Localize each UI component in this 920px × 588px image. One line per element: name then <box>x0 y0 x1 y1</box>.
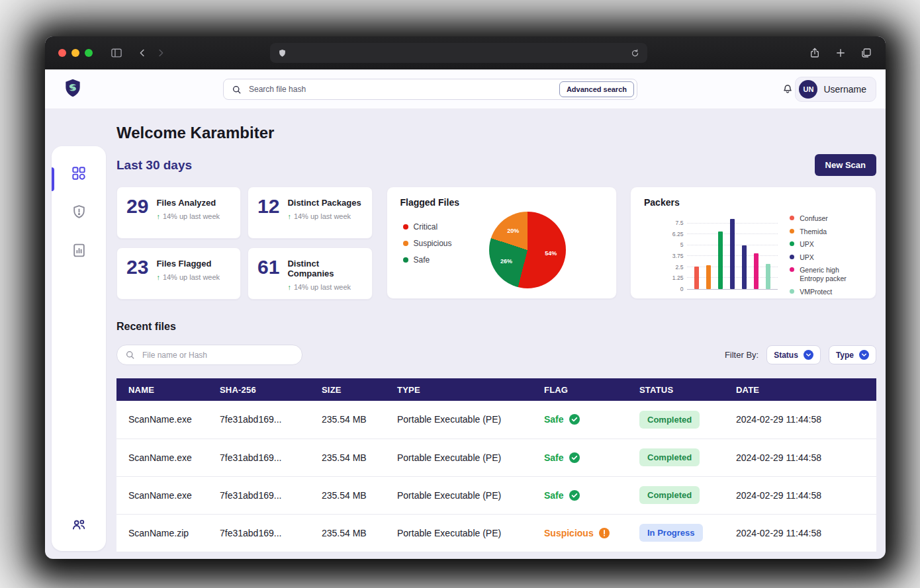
up-arrow-icon <box>287 283 291 291</box>
packers-legend: ConfuserThemidaUPXUPXGeneric high Entrop… <box>790 214 862 296</box>
column-header[interactable]: TYPE <box>397 378 544 401</box>
filter-status-button[interactable]: Status <box>766 345 821 364</box>
filter-by-label: Filter By: <box>725 350 759 360</box>
table-row[interactable]: ScanName.exe7fe31abd169...235.54 MBPorta… <box>116 476 876 514</box>
flagged-legend: CriticalSuspiciousSafe <box>403 222 452 265</box>
address-bar[interactable] <box>270 43 647 63</box>
flag-label: Safe <box>544 490 564 501</box>
stats-grid: 29 Files Analyzed 14% up last week 12 Di… <box>116 187 373 300</box>
table-controls: Filter By: StatusType <box>116 345 876 365</box>
new-tab-icon[interactable] <box>835 47 847 59</box>
stat-card-files-analyzed: 29 Files Analyzed 14% up last week <box>116 187 241 239</box>
column-header[interactable]: FLAG <box>544 378 639 401</box>
reload-icon[interactable] <box>630 48 640 58</box>
active-nav-indicator <box>52 167 54 191</box>
advanced-search-button[interactable]: Advanced search <box>559 81 634 97</box>
legend-item: Critical <box>403 222 452 231</box>
minimize-window-button[interactable] <box>71 49 79 57</box>
recent-files-table: NAMESHA-256SIZETYPEFLAGSTATUSDATE ScanNa… <box>116 378 876 552</box>
column-header[interactable]: DATE <box>736 378 876 401</box>
legend-label: Themida <box>800 228 827 236</box>
dashboard-main: Welcome Karambiter Last 30 days New Scan… <box>116 109 876 552</box>
stat-value: 61 <box>257 257 279 290</box>
new-scan-button[interactable]: New Scan <box>815 154 876 176</box>
bar <box>694 267 699 289</box>
cell-flag: Suspicious <box>544 514 639 552</box>
stat-value: 12 <box>257 196 279 229</box>
file-search-input[interactable] <box>141 350 294 360</box>
sidebar-item-threats[interactable] <box>71 204 87 222</box>
legend-item: Suspicious <box>403 239 452 248</box>
column-header[interactable]: STATUS <box>639 378 736 401</box>
sidebar-toggle-icon[interactable] <box>110 46 123 60</box>
avatar: UN <box>799 80 817 99</box>
sidebar-item-team[interactable] <box>70 516 87 535</box>
check-circle-icon <box>569 414 580 425</box>
filter-type-button[interactable]: Type <box>829 345 876 364</box>
back-icon[interactable] <box>136 47 148 59</box>
user-menu[interactable]: UN Username <box>795 77 876 102</box>
y-tick-label: 5 <box>680 241 684 248</box>
legend-item: Safe <box>403 255 452 265</box>
legend-dot-icon <box>403 224 408 230</box>
legend-item: UPX <box>790 253 862 262</box>
legend-label: Suspicious <box>414 239 452 248</box>
flagged-pie-chart: 54%26%20% <box>489 212 566 288</box>
sidebar-item-dashboard[interactable] <box>70 165 87 184</box>
y-tick-label: 0 <box>680 286 684 292</box>
stat-card-files-flagged: 23 Files Flagged 14% up last week <box>116 247 241 300</box>
cell-name: ScanName.exe <box>116 476 220 514</box>
bar <box>742 245 747 289</box>
cell-status: In Progress <box>639 514 736 552</box>
recent-files-table-body: ScanName.exe7fe31abd169...235.54 MBPorta… <box>116 401 876 552</box>
bar <box>730 219 735 289</box>
close-window-button[interactable] <box>58 49 66 57</box>
legend-label: VMProtect <box>800 288 832 296</box>
stat-delta: 14% up last week <box>287 212 361 220</box>
stat-label: Files Analyzed <box>156 198 220 208</box>
column-header[interactable]: NAME <box>116 378 220 401</box>
up-arrow-icon <box>156 212 160 220</box>
share-icon[interactable] <box>809 47 821 59</box>
check-circle-icon <box>569 490 580 501</box>
column-header[interactable]: SHA-256 <box>220 378 322 401</box>
app-logo-shield-icon[interactable] <box>62 77 83 101</box>
packers-card: Packers 7.56.2553.752.51.250 ConfuserThe… <box>630 187 876 299</box>
column-header[interactable]: SIZE <box>322 378 397 401</box>
legend-dot-icon <box>790 255 794 259</box>
stat-delta: 14% up last week <box>156 212 220 220</box>
cell-type: Portable Executable (PE) <box>397 439 544 476</box>
table-row[interactable]: ScanName.zip7fe31abd169...235.54 MBPorta… <box>116 514 876 552</box>
search-input[interactable] <box>248 84 553 95</box>
app-header: Advanced search UN Username <box>45 69 886 109</box>
cell-type: Portable Executable (PE) <box>397 401 544 439</box>
cell-size: 235.54 MB <box>322 514 397 552</box>
stat-card-distinct-companies: 61 Distinct Companies 14% up last week <box>248 247 373 300</box>
status-badge: Completed <box>639 411 700 429</box>
cell-size: 235.54 MB <box>322 439 397 476</box>
stat-label: Distinct Companies <box>287 259 363 278</box>
legend-label: Safe <box>414 255 430 265</box>
zoom-window-button[interactable] <box>85 49 93 57</box>
browser-window: Advanced search UN Username <box>45 36 886 559</box>
filter-label: Type <box>836 351 854 360</box>
tab-overview-icon[interactable] <box>860 47 872 59</box>
flag-label: Safe <box>544 414 564 425</box>
legend-dot-icon <box>403 241 408 246</box>
legend-label: Critical <box>414 222 438 231</box>
sidebar-item-reports[interactable] <box>71 242 87 261</box>
pie-slice-label: 54% <box>545 250 557 257</box>
flag-label: Suspicious <box>544 528 594 538</box>
chevron-down-icon <box>859 350 869 360</box>
table-row[interactable]: ScanName.exe7fe31abd169...235.54 MBPorta… <box>116 439 876 476</box>
up-arrow-icon <box>287 212 291 220</box>
summary-cards-row: 29 Files Analyzed 14% up last week 12 Di… <box>116 187 876 300</box>
forward-icon[interactable] <box>155 47 167 59</box>
y-tick-label: 3.75 <box>672 253 684 259</box>
y-tick-label: 1.25 <box>672 274 684 281</box>
table-row[interactable]: ScanName.exe7fe31abd169...235.54 MBPorta… <box>116 401 876 439</box>
search-icon <box>232 85 242 95</box>
cell-type: Portable Executable (PE) <box>397 476 544 514</box>
cell-status: Completed <box>639 401 736 439</box>
y-tick-label: 6.25 <box>672 231 684 237</box>
